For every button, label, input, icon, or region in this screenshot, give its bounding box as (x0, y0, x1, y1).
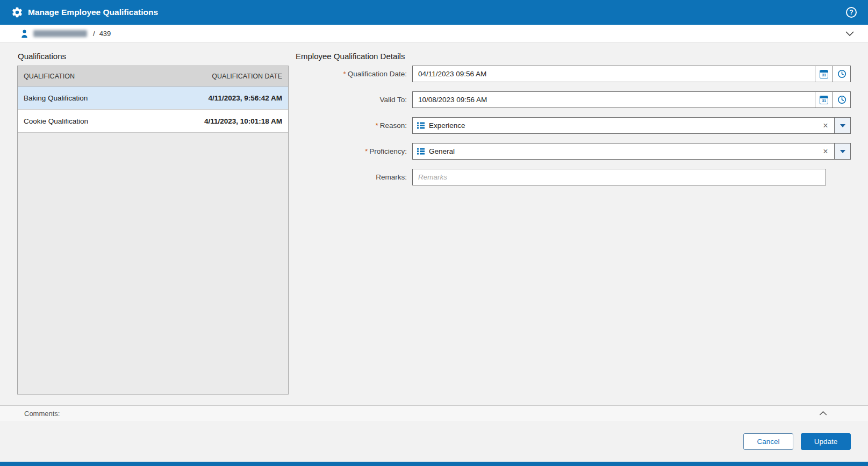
expand-comments-button[interactable] (817, 409, 829, 418)
reason-field: Experience × (412, 117, 851, 134)
valid-to-label: Valid To: (295, 96, 412, 104)
qualifications-title: Qualifications (18, 52, 289, 61)
qualifications-table: QUALIFICATION QUALIFICATION DATE Baking … (17, 66, 289, 395)
clock-icon (837, 69, 847, 78)
comments-label: Comments: (24, 410, 60, 418)
required-marker: * (365, 147, 368, 155)
reason-dropdown-button[interactable] (834, 117, 851, 134)
calendar-icon: 31 (820, 96, 828, 104)
proficiency-clear-button[interactable]: × (817, 144, 834, 159)
list-icon (417, 122, 425, 129)
column-header-qualification[interactable]: QUALIFICATION (24, 73, 75, 80)
caret-down-icon (840, 124, 845, 127)
chevron-down-icon (845, 31, 854, 36)
help-icon: ? (849, 9, 853, 16)
remarks-label: Remarks: (295, 173, 412, 181)
qualification-date-calendar-button[interactable]: 31 (815, 66, 833, 82)
qualification-date-label: *Qualification Date: (295, 70, 412, 78)
employee-id: 439 (99, 30, 111, 38)
details-title: Employee Qualification Details (296, 52, 851, 61)
qualification-date-row: *Qualification Date: 31 (295, 66, 851, 82)
calendar-icon: 31 (820, 70, 828, 78)
qualification-name: Cookie Qualification (24, 117, 88, 125)
qualification-date: 4/11/2023, 9:56:42 AM (208, 94, 282, 102)
proficiency-row: *Proficiency: General × (295, 143, 851, 160)
qualifications-table-header: QUALIFICATION QUALIFICATION DATE (18, 66, 288, 87)
employee-name-redacted (33, 30, 87, 37)
qualification-date-field: 31 (412, 66, 851, 82)
bottom-accent-strip (0, 462, 868, 466)
proficiency-label: *Proficiency: (295, 147, 412, 155)
employee-header-bar: / 439 (0, 25, 868, 43)
clear-icon: × (823, 121, 828, 131)
person-icon (20, 30, 28, 38)
clear-icon: × (823, 147, 828, 156)
qualification-date-input[interactable] (412, 66, 815, 82)
proficiency-combobox[interactable]: General × (412, 143, 835, 160)
manage-employee-qualifications-window: Manage Employee Qualifications ? / 439 Q… (0, 0, 868, 466)
valid-to-input[interactable] (412, 91, 815, 108)
list-icon (417, 148, 425, 155)
table-row-cookie-qualification[interactable]: Cookie Qualification 4/11/2023, 10:01:18… (18, 110, 288, 133)
reason-value: Experience (429, 121, 817, 130)
qualification-date-time-button[interactable] (833, 66, 851, 82)
remarks-row: Remarks: (295, 169, 851, 185)
valid-to-time-button[interactable] (833, 91, 851, 108)
valid-to-calendar-button[interactable]: 31 (815, 91, 833, 108)
table-row-baking-qualification[interactable]: Baking Qualification 4/11/2023, 9:56:42 … (18, 87, 288, 110)
proficiency-field: General × (412, 143, 851, 160)
collapse-employee-header-button[interactable] (843, 29, 856, 38)
chevron-up-icon (819, 411, 827, 415)
reason-row: *Reason: Experience × (295, 117, 851, 134)
footer-action-bar: Cancel Update (0, 421, 868, 462)
gear-icon (11, 6, 23, 18)
qualification-date: 4/11/2023, 10:01:18 AM (204, 117, 282, 125)
comments-section: Comments: (0, 405, 868, 421)
help-button[interactable]: ? (846, 7, 857, 18)
title-bar: Manage Employee Qualifications ? (0, 0, 868, 25)
required-marker: * (343, 70, 346, 78)
proficiency-dropdown-button[interactable] (834, 143, 851, 160)
reason-clear-button[interactable]: × (817, 118, 834, 133)
main-content: Qualifications QUALIFICATION QUALIFICATI… (0, 43, 868, 405)
employee-qualification-details-panel: Employee Qualification Details *Qualific… (295, 43, 851, 405)
qualification-name: Baking Qualification (24, 94, 88, 102)
clock-icon (837, 95, 847, 104)
cancel-button[interactable]: Cancel (743, 433, 793, 450)
proficiency-value: General (429, 147, 817, 155)
breadcrumb-separator: / (93, 30, 95, 38)
remarks-field (412, 169, 851, 185)
caret-down-icon (840, 150, 845, 153)
update-button[interactable]: Update (801, 433, 851, 450)
required-marker: * (375, 121, 378, 130)
qualifications-panel: Qualifications QUALIFICATION QUALIFICATI… (17, 43, 289, 405)
reason-label: *Reason: (295, 121, 412, 130)
reason-combobox[interactable]: Experience × (412, 117, 835, 134)
valid-to-field: 31 (412, 91, 851, 108)
page-title: Manage Employee Qualifications (28, 8, 158, 17)
remarks-input[interactable] (412, 169, 826, 185)
valid-to-row: Valid To: 31 (295, 91, 851, 108)
column-header-qualification-date[interactable]: QUALIFICATION DATE (212, 73, 282, 80)
